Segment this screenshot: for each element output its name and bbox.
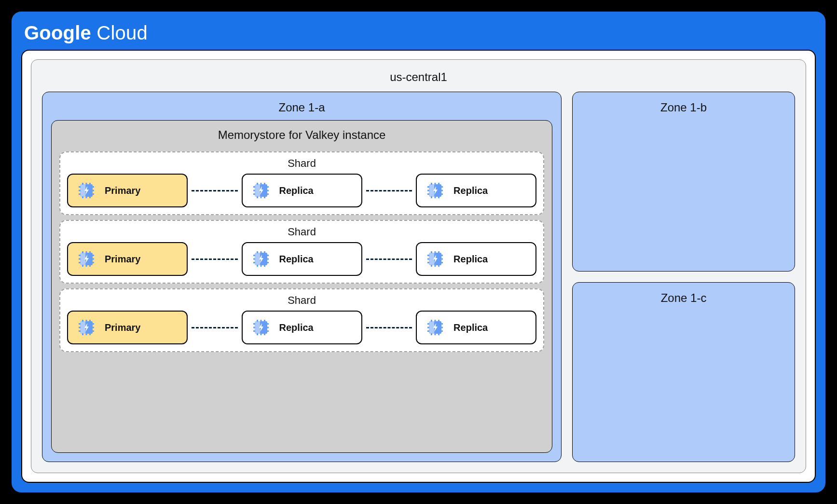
memorystore-chip-icon xyxy=(425,181,445,200)
connection-line xyxy=(192,327,238,328)
zone-a-column: Zone 1-a Memorystore for Valkey instance… xyxy=(42,92,562,462)
zones-row: Zone 1-a Memorystore for Valkey instance… xyxy=(42,92,795,462)
node-label: Primary xyxy=(105,322,141,333)
zone-c-title: Zone 1-c xyxy=(581,289,786,311)
google-cloud-logo: Google Cloud xyxy=(21,19,816,50)
memorystore-chip-icon xyxy=(77,181,96,200)
node-label: Replica xyxy=(453,185,488,196)
connection-line xyxy=(192,190,238,191)
memorystore-chip-icon xyxy=(77,318,96,337)
connection-line xyxy=(366,259,412,260)
node-label: Replica xyxy=(279,322,314,333)
primary-node: Primary xyxy=(67,242,188,276)
node-label: Primary xyxy=(105,254,141,265)
shard-box: Shard Primary Replica xyxy=(59,220,544,284)
region-box: us-central1 Zone 1-a Memorystore for Val… xyxy=(31,59,806,473)
logo-bold: Google xyxy=(24,22,91,43)
connection-line xyxy=(366,190,412,191)
memorystore-chip-icon xyxy=(425,318,445,337)
google-cloud-frame: Google Cloud us-central1 Zone 1-a Memory… xyxy=(11,11,826,493)
memorystore-instance-box: Memorystore for Valkey instance Shard Pr… xyxy=(51,120,552,453)
logo-light: Cloud xyxy=(96,22,148,43)
shard-title: Shard xyxy=(67,156,536,174)
zone-a-box: Zone 1-a Memorystore for Valkey instance… xyxy=(42,92,562,462)
memorystore-chip-icon xyxy=(251,249,271,269)
white-inner-frame: us-central1 Zone 1-a Memorystore for Val… xyxy=(21,50,816,483)
memorystore-chip-icon xyxy=(251,181,271,200)
node-label: Replica xyxy=(279,254,314,265)
connection-line xyxy=(366,327,412,328)
node-label: Primary xyxy=(105,185,141,196)
shard-nodes-row: Primary Replica xyxy=(67,311,536,344)
shard-nodes-row: Primary Replica xyxy=(67,174,536,207)
memorystore-chip-icon xyxy=(251,318,271,337)
zone-b-box: Zone 1-b xyxy=(572,92,795,272)
shard-title: Shard xyxy=(67,293,536,311)
replica-node: Replica xyxy=(242,311,362,344)
zone-b-title: Zone 1-b xyxy=(581,99,786,120)
memorystore-chip-icon xyxy=(425,249,445,269)
shard-box: Shard Primary Replica xyxy=(59,151,544,215)
node-label: Replica xyxy=(453,322,488,333)
zone-a-title: Zone 1-a xyxy=(51,99,552,120)
shard-nodes-row: Primary Replica xyxy=(67,242,536,276)
connection-line xyxy=(192,259,238,260)
node-label: Replica xyxy=(453,254,488,265)
primary-node: Primary xyxy=(67,174,188,207)
replica-node: Replica xyxy=(242,242,362,276)
memorystore-chip-icon xyxy=(77,249,96,269)
replica-node: Replica xyxy=(416,311,536,344)
node-label: Replica xyxy=(279,185,314,196)
replica-node: Replica xyxy=(416,242,536,276)
zone-c-box: Zone 1-c xyxy=(572,282,795,462)
replica-node: Replica xyxy=(416,174,536,207)
instance-title: Memorystore for Valkey instance xyxy=(59,126,544,147)
shard-box: Shard Primary Replica xyxy=(59,288,544,352)
replica-node: Replica xyxy=(242,174,362,207)
shard-title: Shard xyxy=(67,225,536,242)
primary-node: Primary xyxy=(67,311,188,344)
region-title: us-central1 xyxy=(42,68,795,92)
zones-bc-column: Zone 1-b Zone 1-c xyxy=(572,92,795,462)
